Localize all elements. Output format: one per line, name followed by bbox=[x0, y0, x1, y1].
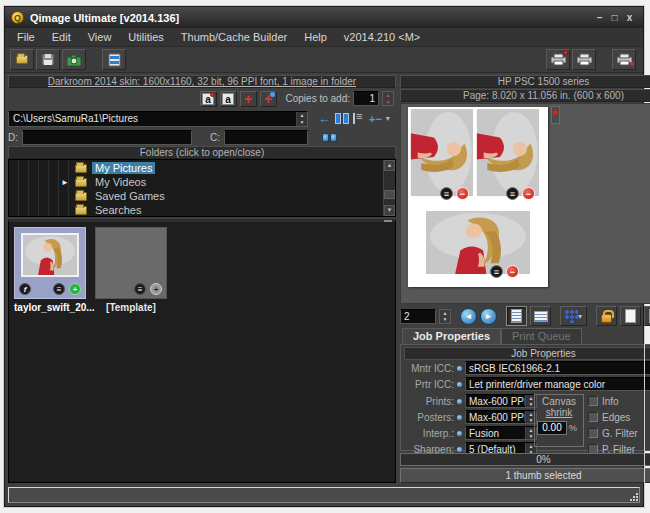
prev-page-icon[interactable]: ◄ bbox=[460, 308, 477, 325]
info-icon[interactable]: f bbox=[19, 283, 31, 295]
status-dot-icon[interactable] bbox=[457, 415, 462, 420]
add-copies-button[interactable]: + bbox=[240, 91, 257, 107]
next-page-icon[interactable]: ► bbox=[480, 308, 497, 325]
browse-images-button[interactable] bbox=[62, 49, 86, 70]
lock-layout-button[interactable] bbox=[596, 306, 617, 326]
expand-collapse-icon[interactable]: +− bbox=[369, 113, 382, 125]
posters-select[interactable]: Max-600 PPI▲▼ bbox=[465, 410, 537, 424]
g-filter-checkbox-row[interactable]: G. Filter bbox=[588, 425, 650, 441]
edges-checkbox-row[interactable]: Edges bbox=[588, 409, 650, 425]
dual-pane-icon[interactable] bbox=[335, 113, 349, 124]
menu-thumb-cache-builder[interactable]: Thumb/Cache Builder bbox=[181, 31, 287, 43]
print-button[interactable] bbox=[572, 49, 596, 70]
tree-item-saved-games[interactable]: Saved Games bbox=[9, 189, 383, 203]
prtr-icc-select[interactable]: Let printer/driver manage color ▲▼ bbox=[465, 377, 650, 391]
selection-status-bar[interactable]: 1 thumb selected bbox=[400, 468, 650, 483]
cancel-print-button[interactable]: x bbox=[612, 49, 636, 70]
menu-edit[interactable]: Edit bbox=[52, 31, 71, 43]
scroll-up-icon[interactable]: ▲ bbox=[384, 160, 395, 171]
tree-item-my-pictures[interactable]: My Pictures bbox=[9, 161, 383, 175]
grid-view-button[interactable]: ▾ bbox=[560, 306, 587, 326]
thumbnail-selected-frame[interactable]: f ≡ + bbox=[14, 227, 86, 299]
menu-file[interactable]: File bbox=[17, 31, 35, 43]
interp-select[interactable]: Fusion▲▼ bbox=[465, 426, 537, 440]
mntr-icc-select[interactable]: sRGB IEC61966-2.1 ▲▼ bbox=[465, 361, 650, 375]
expander-arrow-icon[interactable]: ► bbox=[61, 178, 69, 187]
page-marker-button[interactable] bbox=[551, 106, 560, 124]
add-to-queue-icon[interactable]: + bbox=[69, 283, 81, 295]
thumbnail-item[interactable]: f ≡ + taylor_swift_20... bbox=[14, 227, 86, 313]
print-queue-button[interactable] bbox=[102, 49, 126, 70]
page-number-input[interactable]: 2 bbox=[400, 309, 436, 324]
menu-help[interactable]: Help bbox=[304, 31, 327, 43]
tree-item-searches[interactable]: Searches bbox=[9, 203, 383, 217]
remove-image-icon[interactable]: − bbox=[522, 187, 535, 200]
filter-d-input[interactable] bbox=[22, 130, 192, 145]
menu-version[interactable]: v2014.210 <M> bbox=[344, 31, 420, 43]
portrait-view-button[interactable] bbox=[506, 306, 527, 326]
placed-image-rotated[interactable] bbox=[476, 109, 539, 197]
prints-select[interactable]: Max-600 PPI▲▼ bbox=[465, 394, 537, 408]
remove-image-icon[interactable]: − bbox=[456, 187, 469, 200]
canvas-shrink-input[interactable]: 0.00 bbox=[537, 421, 567, 435]
search-icon[interactable] bbox=[322, 133, 337, 142]
tab-job-properties[interactable]: Job Properties bbox=[402, 328, 501, 344]
tab-print-queue[interactable]: Print Queue bbox=[501, 328, 582, 344]
folders-header[interactable]: Folders (click to open/close) bbox=[8, 146, 396, 159]
back-arrow-icon[interactable]: ← bbox=[318, 112, 331, 126]
info-checkbox-row[interactable]: Info bbox=[588, 393, 650, 409]
shrink-link[interactable]: shrink bbox=[537, 407, 581, 418]
menu-utilities[interactable]: Utilities bbox=[128, 31, 163, 43]
g-filter-checkbox[interactable] bbox=[588, 428, 598, 438]
copies-input[interactable]: 1 bbox=[353, 91, 379, 106]
print-name-button[interactable]: a bbox=[220, 91, 237, 107]
remove-image-icon[interactable]: − bbox=[506, 265, 519, 278]
save-job-button[interactable] bbox=[36, 49, 60, 70]
image-menu-icon[interactable]: ≡ bbox=[440, 187, 453, 200]
close-button[interactable]: x bbox=[622, 12, 637, 23]
tree-scrollbar[interactable]: ▲ ▼ bbox=[383, 160, 395, 216]
filter-c-input[interactable] bbox=[224, 130, 308, 145]
edges-checkbox[interactable] bbox=[588, 412, 598, 422]
panel-collapse-handle[interactable] bbox=[384, 220, 392, 222]
scroll-down-icon[interactable]: ▼ bbox=[384, 205, 395, 216]
print-with-settings-button[interactable] bbox=[546, 49, 570, 70]
scroll-thumb[interactable] bbox=[384, 190, 395, 199]
status-dot-icon[interactable] bbox=[457, 382, 462, 387]
page-number-spinner[interactable]: ▲▼ bbox=[439, 309, 451, 324]
template-thumbnail-frame[interactable]: ≡ + bbox=[95, 227, 167, 299]
auto-print-name-button[interactable]: a bbox=[200, 91, 217, 107]
info-checkbox[interactable] bbox=[588, 396, 598, 406]
examine-page-button[interactable] bbox=[644, 306, 650, 326]
image-menu-icon[interactable]: ≡ bbox=[506, 187, 519, 200]
placed-image-rotated[interactable] bbox=[410, 109, 473, 197]
menu-icon[interactable]: ≡ bbox=[53, 283, 65, 295]
image-menu-icon[interactable]: ≡ bbox=[490, 265, 503, 278]
folder-tree: My Pictures ► My Videos Saved Games Sear… bbox=[8, 159, 396, 217]
open-folder-button[interactable] bbox=[10, 49, 34, 70]
resize-grip[interactable] bbox=[630, 493, 638, 501]
skin-status-bar[interactable]: Darkroom 2014 skin: 1600x1160, 32 bit, 9… bbox=[8, 75, 396, 88]
minimize-button[interactable]: – bbox=[592, 12, 607, 23]
menu-icon[interactable]: ≡ bbox=[134, 283, 146, 295]
status-dot-icon[interactable] bbox=[457, 431, 462, 436]
folder-path-select[interactable]: C:\Users\SamuRa1\Pictures ▲▼ bbox=[8, 111, 308, 127]
add-icon[interactable]: + bbox=[150, 283, 162, 295]
copies-spinner[interactable]: ▲▼ bbox=[382, 91, 394, 106]
add-copies-special-button[interactable]: + bbox=[260, 91, 277, 107]
maximize-button[interactable]: □ bbox=[607, 12, 622, 23]
landscape-view-button[interactable] bbox=[530, 306, 551, 326]
thumbnail-item[interactable]: ≡ + [Template] bbox=[95, 227, 167, 313]
path-spinner[interactable]: ▲▼ bbox=[296, 112, 307, 126]
new-page-button[interactable] bbox=[620, 306, 641, 326]
tree-item-my-videos[interactable]: ► My Videos bbox=[9, 175, 383, 189]
printer-name-bar[interactable]: HP PSC 1500 series bbox=[400, 75, 650, 88]
tree-view-icon[interactable] bbox=[353, 113, 365, 124]
page-preview[interactable]: ≡ − ≡ − ≡ − bbox=[400, 103, 650, 304]
status-dot-icon[interactable] bbox=[457, 366, 462, 371]
print-page[interactable]: ≡ − ≡ − ≡ − bbox=[408, 107, 548, 287]
menu-view[interactable]: View bbox=[88, 31, 112, 43]
status-dot-icon[interactable] bbox=[457, 399, 462, 404]
status-dot-icon[interactable] bbox=[457, 447, 462, 452]
chevron-down-icon[interactable]: ▾ bbox=[386, 114, 390, 123]
